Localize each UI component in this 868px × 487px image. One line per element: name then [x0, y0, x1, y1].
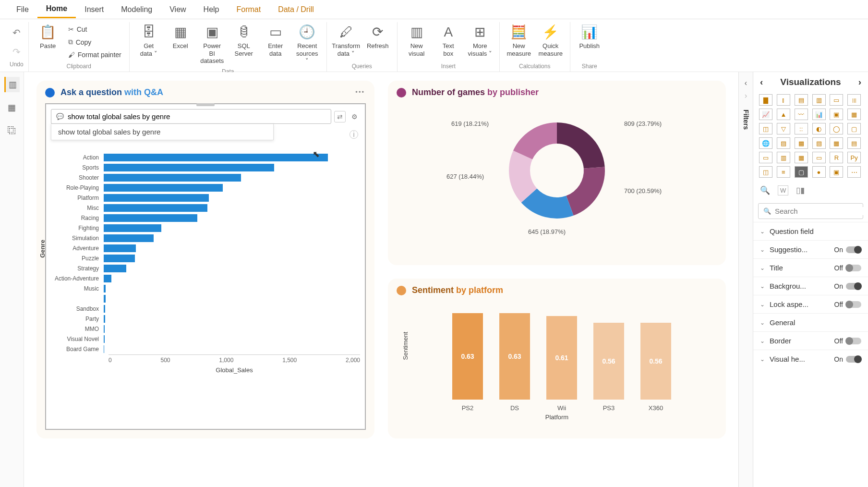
- sentiment-bar[interactable]: 0.61: [546, 316, 577, 400]
- bar-row[interactable]: MMO: [108, 324, 360, 334]
- text-box-button[interactable]: ATextbox: [434, 22, 463, 59]
- property-toggle[interactable]: Off: [834, 337, 861, 345]
- viz-type-button[interactable]: ▨: [777, 137, 790, 149]
- donut-slice[interactable]: [557, 122, 605, 169]
- publish-button[interactable]: 📊Publish: [575, 22, 604, 52]
- bar[interactable]: [104, 295, 106, 303]
- bar[interactable]: [104, 255, 135, 262]
- bar[interactable]: [104, 345, 104, 353]
- tab-file[interactable]: File: [8, 1, 37, 18]
- new-visual-button[interactable]: ▥Newvisual: [402, 22, 431, 59]
- bar[interactable]: [104, 335, 105, 343]
- viz-type-button[interactable]: ▧: [812, 137, 826, 149]
- sentiment-bar-wrap[interactable]: 0.56PS3: [592, 323, 626, 412]
- bar-row[interactable]: Platform: [108, 193, 360, 203]
- sql-server-button[interactable]: 🛢SQLServer: [229, 22, 258, 59]
- property-toggle[interactable]: Off: [834, 301, 861, 308]
- qna-info-button[interactable]: i: [350, 130, 358, 139]
- bar[interactable]: [104, 194, 209, 202]
- viz-type-button[interactable]: ▤: [847, 137, 861, 149]
- bar[interactable]: [104, 265, 126, 272]
- paste-button[interactable]: 📋 Paste: [34, 22, 62, 52]
- tab-data-drill[interactable]: Data / Drill: [269, 1, 323, 18]
- sentiment-bar[interactable]: 0.63: [499, 313, 530, 400]
- viz-type-button[interactable]: ▦: [830, 137, 843, 149]
- bar-row[interactable]: Sports: [108, 163, 360, 172]
- more-options-button[interactable]: •••: [355, 88, 365, 96]
- filters-label[interactable]: Filters: [742, 110, 750, 130]
- cut-button[interactable]: ✂Cut: [65, 24, 124, 35]
- viz-type-button[interactable]: ▲: [777, 109, 790, 120]
- quick-measure-button[interactable]: ⚡Quickmeasure: [536, 22, 565, 59]
- sentiment-bar-wrap[interactable]: 0.63PS2: [451, 313, 484, 412]
- viz-type-button[interactable]: 📊: [812, 109, 826, 120]
- bar-row[interactable]: Role-Playing: [108, 183, 360, 193]
- donut-chart[interactable]: 809 (23.79%)700 (20.59%)645 (18.97%)627 …: [397, 103, 717, 247]
- model-view-button[interactable]: ⿻: [4, 123, 20, 138]
- bar[interactable]: [104, 325, 105, 333]
- property-row-question-field[interactable]: ⌄Question field: [753, 222, 868, 240]
- viz-panel-chevron-right[interactable]: ›: [858, 77, 861, 87]
- viz-type-button[interactable]: 〰: [795, 109, 808, 120]
- sentiment-bar[interactable]: 0.56: [593, 323, 624, 400]
- undo-icon[interactable]: ↶: [11, 25, 23, 40]
- property-row-suggestio-[interactable]: ⌄Suggestio...On: [753, 240, 868, 258]
- viz-type-button[interactable]: ▭: [812, 152, 826, 163]
- viz-type-button[interactable]: 🌐: [759, 137, 772, 149]
- viz-type-button[interactable]: ▭: [830, 94, 843, 106]
- property-row-border[interactable]: ⌄BorderOff: [753, 331, 868, 350]
- tab-help[interactable]: Help: [195, 1, 228, 18]
- viz-type-button[interactable]: ▥: [777, 152, 790, 163]
- bar-row[interactable]: Party: [108, 314, 360, 324]
- viz-type-button[interactable]: ⫼: [847, 94, 861, 106]
- bar[interactable]: [104, 224, 161, 232]
- viz-type-button[interactable]: ::: [795, 123, 808, 134]
- bar[interactable]: [104, 275, 111, 282]
- bar[interactable]: [104, 164, 274, 171]
- refresh-button[interactable]: ⟳Refresh: [363, 22, 392, 52]
- viz-type-button[interactable]: ≡: [777, 166, 790, 178]
- sentiment-bar[interactable]: 0.63: [452, 313, 483, 400]
- bar[interactable]: [104, 154, 328, 161]
- tab-insert[interactable]: Insert: [76, 1, 112, 18]
- more-visuals-button[interactable]: ⊞Morevisuals ˅: [466, 22, 494, 59]
- qna-question-input[interactable]: [68, 112, 326, 121]
- sentiment-bar-wrap[interactable]: 0.56X360: [639, 323, 673, 412]
- expand-filters-button[interactable]: ‹: [745, 79, 747, 87]
- bar-row[interactable]: Shooter: [108, 173, 360, 183]
- property-search-input[interactable]: [775, 207, 866, 215]
- publisher-donut-visual[interactable]: Number of games by publisher 809 (23.79%…: [388, 81, 726, 265]
- property-row-title[interactable]: ⌄TitleOff: [753, 258, 868, 277]
- excel-button[interactable]: ▦Excel: [166, 22, 195, 52]
- copy-button[interactable]: ⧉Copy: [65, 37, 124, 48]
- sentiment-bar[interactable]: 0.56: [640, 323, 671, 400]
- viz-type-button[interactable]: ◐: [812, 123, 826, 134]
- bar-row[interactable]: Action-Adventure: [108, 274, 360, 283]
- transform-data-button[interactable]: 🖊Transformdata ˅: [332, 22, 361, 59]
- qna-suggestion[interactable]: show total global sales by genre: [51, 123, 274, 140]
- bar-row[interactable]: Simulation: [108, 233, 360, 243]
- donut-svg[interactable]: [494, 108, 619, 233]
- tab-format[interactable]: Format: [228, 1, 269, 18]
- viz-type-button[interactable]: ▽: [777, 123, 790, 134]
- viz-type-button[interactable]: ◯: [830, 123, 843, 134]
- viz-type-button[interactable]: ▣: [830, 166, 843, 178]
- report-view-button[interactable]: ▥: [4, 77, 20, 92]
- property-row-backgrou-[interactable]: ⌄Backgrou...On: [753, 277, 868, 295]
- viz-type-button[interactable]: ▢: [795, 166, 808, 178]
- fields-tab-button[interactable]: W: [778, 185, 788, 195]
- viz-panel-chevron-left[interactable]: ‹: [760, 77, 763, 87]
- donut-slice[interactable]: [566, 167, 605, 215]
- bar-row[interactable]: Visual Novel: [108, 334, 360, 344]
- recent-sources-button[interactable]: 🕘Recentsources ˅: [293, 22, 322, 67]
- redo-icon[interactable]: ↷: [11, 44, 23, 60]
- sentiment-chart[interactable]: Sentiment 0.63PS20.63DS0.61Wii0.56PS30.5…: [397, 301, 717, 412]
- property-row-general[interactable]: ⌄General: [753, 313, 868, 331]
- format-tab-button[interactable]: 🔍: [760, 185, 770, 195]
- viz-type-button[interactable]: ▭: [759, 152, 772, 163]
- property-toggle[interactable]: On: [834, 355, 861, 363]
- qna-visual[interactable]: Ask a question with Q&A ••• 💬 ⇄ ⚙ show t…: [36, 81, 374, 438]
- data-view-button[interactable]: ▦: [4, 100, 20, 115]
- sentiment-visual[interactable]: Sentiment by platform Sentiment 0.63PS20…: [388, 279, 726, 438]
- get-data-button[interactable]: 🗄Getdata ˅: [134, 22, 163, 59]
